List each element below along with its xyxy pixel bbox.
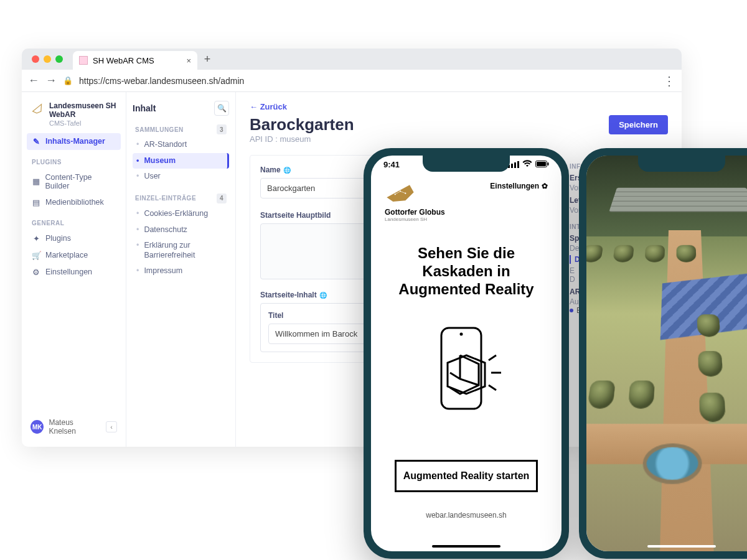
close-tab-icon[interactable]: × [186,56,191,65]
nav-label: Inhalts-Manager [45,137,105,146]
browser-tabbar: SH WebAR CMS × + [22,49,682,70]
nav-label: Content-Type Builder [45,173,116,190]
svg-marker-3 [387,185,413,202]
phone-mockup-welcome: 9:41 Gottorfer Globus Landesmuseen SH [364,148,569,559]
nav-label: Plugins [45,234,71,243]
nav-label: Medienbibliothek [45,198,104,207]
org-sub: CMS-Tafel [49,119,117,127]
avatar: MK [31,420,44,434]
forward-button[interactable]: → [45,74,57,87]
single-count: 4 [217,194,227,203]
minimize-window[interactable] [44,55,51,63]
nav-plugins[interactable]: ✦ Plugins [27,230,121,247]
collection-museum[interactable]: •Museum [133,153,229,169]
page-title: Barockgarten [250,115,354,134]
primary-sidebar: Landesmuseen SH WebAR CMS-Tafel ✎ Inhalt… [22,92,126,447]
single-datenschutz[interactable]: •Datenschutz [133,222,229,238]
phone-notch [638,156,725,172]
group-collections: SAMMLUNGEN [135,126,184,133]
window-controls[interactable] [32,55,63,63]
globe-icon: 🌐 [319,292,327,299]
home-indicator[interactable] [432,545,500,548]
user-menu[interactable]: MK Mateus Knelsen ‹ [27,414,121,439]
address-bar: ← → 🔒 https://cms-webar.landesmuseen.sh/… [22,70,682,92]
nav-group-general: GENERAL [32,220,116,226]
nav-label: Marketplace [45,251,88,259]
nav-content-manager[interactable]: ✎ Inhalts-Manager [27,133,121,150]
user-name: Mateus Knelsen [49,418,101,436]
nav-marketplace[interactable]: 🛒 Marketplace [27,247,121,264]
new-tab-button[interactable]: + [202,54,212,64]
settings-button[interactable]: Einstellungen ✿ [490,182,548,190]
browser-tab[interactable]: SH WebAR CMS × [73,51,197,70]
tab-title: SH WebAR CMS [93,56,154,65]
home-indicator[interactable] [647,545,716,548]
svg-line-9 [489,355,496,360]
ar-phone-cube-icon [423,323,510,429]
single-cookies[interactable]: •Cookies-Erklärung [133,206,229,222]
url-field[interactable]: https://cms-webar.landesmuseen.sh/admin [79,76,657,86]
single-impressum[interactable]: •Impressum [133,263,229,279]
battery-icon [535,160,549,169]
collection-user[interactable]: •User [133,169,229,185]
collections-count: 3 [217,124,227,134]
api-id: API ID : museum [250,134,354,144]
close-window[interactable] [32,55,39,63]
nav-media-library[interactable]: ▤ Medienbibliothek [27,194,121,211]
lock-icon: 🔒 [63,76,73,85]
welcome-headline: Sehen Sie die Kaskaden in Augmented Real… [385,245,548,298]
back-button[interactable]: ← [28,74,39,87]
app-url: webar.landesmuseen.sh [385,511,548,520]
favicon [79,56,88,65]
globe-icon: 🌐 [283,167,291,174]
app-logo: Gottorfer Globus Landesmuseen SH [385,182,445,222]
gear-icon: ✿ [542,182,548,190]
stone-stairs [609,188,747,212]
start-ar-button[interactable]: Augmented Reality starten [395,460,538,492]
search-icon: 🔍 [217,104,227,113]
search-button[interactable]: 🔍 [214,101,229,116]
group-single: EINZEL-EINTRÄGE [135,195,196,202]
puzzle-icon: ✦ [32,234,40,243]
svg-rect-2 [548,162,549,166]
svg-rect-1 [537,162,546,166]
image-icon: ▤ [32,198,40,207]
phone-notch [423,156,510,172]
org-name: Landesmuseen SH WebAR [49,102,117,119]
pencil-icon: ✎ [32,137,40,146]
layout-icon: ▦ [32,177,40,186]
collection-sidebar: Inhalt 🔍 SAMMLUNGEN 3 •AR-Standort •Muse… [126,92,236,447]
org-header[interactable]: Landesmuseen SH WebAR CMS-Tafel [27,100,121,133]
nav-label: Einstellungen [45,268,92,276]
single-barrierefreiheit[interactable]: •Erklärung zur Barrierefreiheit [133,238,229,263]
sidebar-title: Inhalt [133,103,156,113]
svg-line-11 [489,385,496,390]
logo-subtitle: Landesmuseen SH [385,217,445,222]
nav-group-plugins: PLUGINS [32,159,116,166]
phone-mockup-ar-view [579,148,747,559]
collapse-sidebar-button[interactable]: ‹ [106,421,117,432]
back-link[interactable]: ← Zurück [250,102,668,111]
browser-menu-icon[interactable]: ⋮ [663,75,675,87]
nav-settings[interactable]: ⚙ Einstellungen [27,264,121,281]
svg-point-8 [460,333,463,336]
wifi-icon [522,160,532,169]
ar-camera-scene[interactable] [586,156,747,551]
logo-title: Gottorfer Globus [385,208,445,217]
maximize-window[interactable] [55,55,63,63]
nav-content-type-builder[interactable]: ▦ Content-Type Builder [27,169,121,194]
org-logo-icon [29,101,46,118]
globe-logo-icon [385,182,416,203]
gear-icon: ⚙ [32,268,40,277]
save-button[interactable]: Speichern [609,115,668,134]
cart-icon: 🛒 [32,251,40,260]
collection-ar-standort[interactable]: •AR-Standort [133,137,229,153]
status-time: 9:41 [383,160,400,169]
